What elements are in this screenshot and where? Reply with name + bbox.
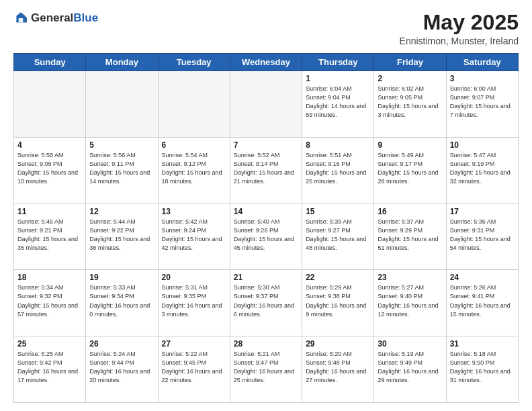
calendar-cell: 24Sunrise: 5:26 AMSunset: 9:41 PMDayligh… xyxy=(446,270,518,336)
day-info: Sunrise: 5:54 AMSunset: 9:12 PMDaylight:… xyxy=(162,151,226,186)
month-year: May 2025 xyxy=(400,11,519,34)
calendar-cell xyxy=(158,71,230,138)
day-number: 23 xyxy=(378,273,442,282)
svg-rect-2 xyxy=(19,18,24,23)
weekday-header-friday: Friday xyxy=(374,54,446,71)
logo-general: General xyxy=(31,11,73,24)
day-info: Sunrise: 6:00 AMSunset: 9:07 PMDaylight:… xyxy=(450,85,515,120)
calendar-cell: 12Sunrise: 5:44 AMSunset: 9:22 PMDayligh… xyxy=(86,203,158,270)
logo-icon xyxy=(13,11,28,26)
calendar-cell: 22Sunrise: 5:29 AMSunset: 9:38 PMDayligh… xyxy=(302,270,374,336)
calendar-cell: 6Sunrise: 5:54 AMSunset: 9:12 PMDaylight… xyxy=(158,137,230,203)
day-number: 5 xyxy=(89,140,154,150)
day-number: 9 xyxy=(378,140,442,150)
header: GeneralBlue May 2025 Ennistimon, Munster… xyxy=(13,11,519,46)
weekday-header-thursday: Thursday xyxy=(302,54,374,71)
day-info: Sunrise: 5:34 AMSunset: 9:32 PMDaylight:… xyxy=(17,283,82,318)
day-number: 29 xyxy=(306,339,370,349)
day-number: 16 xyxy=(378,207,442,216)
calendar-cell: 14Sunrise: 5:40 AMSunset: 9:26 PMDayligh… xyxy=(230,203,302,270)
calendar-cell: 16Sunrise: 5:37 AMSunset: 9:29 PMDayligh… xyxy=(374,203,446,270)
day-number: 30 xyxy=(378,339,442,349)
day-info: Sunrise: 5:44 AMSunset: 9:22 PMDaylight:… xyxy=(89,218,154,253)
day-info: Sunrise: 5:45 AMSunset: 9:21 PMDaylight:… xyxy=(17,218,82,253)
week-row-4: 18Sunrise: 5:34 AMSunset: 9:32 PMDayligh… xyxy=(14,270,519,336)
week-row-2: 4Sunrise: 5:58 AMSunset: 9:09 PMDaylight… xyxy=(14,137,519,203)
day-info: Sunrise: 5:40 AMSunset: 9:26 PMDaylight:… xyxy=(234,218,298,253)
day-number: 10 xyxy=(450,140,515,150)
day-info: Sunrise: 5:27 AMSunset: 9:40 PMDaylight:… xyxy=(378,283,442,318)
day-number: 11 xyxy=(17,207,82,216)
weekday-header-wednesday: Wednesday xyxy=(230,54,302,71)
day-info: Sunrise: 5:51 AMSunset: 9:16 PMDaylight:… xyxy=(306,151,370,186)
day-number: 12 xyxy=(89,207,154,216)
day-number: 15 xyxy=(306,207,370,216)
week-row-5: 25Sunrise: 5:25 AMSunset: 9:42 PMDayligh… xyxy=(14,336,519,403)
calendar-cell: 11Sunrise: 5:45 AMSunset: 9:21 PMDayligh… xyxy=(14,203,86,270)
logo-text: GeneralBlue xyxy=(31,11,98,25)
day-info: Sunrise: 5:24 AMSunset: 9:44 PMDaylight:… xyxy=(89,350,154,385)
day-info: Sunrise: 5:56 AMSunset: 9:11 PMDaylight:… xyxy=(89,151,154,186)
day-info: Sunrise: 5:37 AMSunset: 9:29 PMDaylight:… xyxy=(378,218,442,253)
calendar-cell: 1Sunrise: 6:04 AMSunset: 9:04 PMDaylight… xyxy=(302,71,374,138)
day-number: 27 xyxy=(162,339,226,349)
calendar-cell: 9Sunrise: 5:49 AMSunset: 9:17 PMDaylight… xyxy=(374,137,446,203)
day-number: 2 xyxy=(378,74,442,83)
day-info: Sunrise: 5:22 AMSunset: 9:45 PMDaylight:… xyxy=(162,350,226,385)
day-number: 14 xyxy=(234,207,298,216)
day-number: 17 xyxy=(450,207,515,216)
title-block: May 2025 Ennistimon, Munster, Ireland xyxy=(400,11,519,46)
calendar-cell: 25Sunrise: 5:25 AMSunset: 9:42 PMDayligh… xyxy=(14,336,86,403)
calendar-cell: 26Sunrise: 5:24 AMSunset: 9:44 PMDayligh… xyxy=(86,336,158,403)
calendar-cell: 7Sunrise: 5:52 AMSunset: 9:14 PMDaylight… xyxy=(230,137,302,203)
day-info: Sunrise: 5:25 AMSunset: 9:42 PMDaylight:… xyxy=(17,350,82,385)
day-info: Sunrise: 5:47 AMSunset: 9:19 PMDaylight:… xyxy=(450,151,515,186)
calendar-cell: 31Sunrise: 5:18 AMSunset: 9:50 PMDayligh… xyxy=(446,336,518,403)
day-number: 28 xyxy=(234,339,298,349)
calendar-cell: 30Sunrise: 5:19 AMSunset: 9:49 PMDayligh… xyxy=(374,336,446,403)
weekday-header-monday: Monday xyxy=(86,54,158,71)
calendar-cell: 15Sunrise: 5:39 AMSunset: 9:27 PMDayligh… xyxy=(302,203,374,270)
day-number: 18 xyxy=(17,273,82,282)
day-info: Sunrise: 5:42 AMSunset: 9:24 PMDaylight:… xyxy=(162,218,226,253)
calendar-cell: 3Sunrise: 6:00 AMSunset: 9:07 PMDaylight… xyxy=(446,71,518,138)
weekday-header-saturday: Saturday xyxy=(446,54,518,71)
day-number: 7 xyxy=(234,140,298,150)
day-info: Sunrise: 5:19 AMSunset: 9:49 PMDaylight:… xyxy=(378,350,442,385)
day-info: Sunrise: 5:31 AMSunset: 9:35 PMDaylight:… xyxy=(162,283,226,318)
calendar-cell: 29Sunrise: 5:20 AMSunset: 9:48 PMDayligh… xyxy=(302,336,374,403)
day-number: 31 xyxy=(450,339,515,349)
day-info: Sunrise: 5:39 AMSunset: 9:27 PMDaylight:… xyxy=(306,218,370,253)
day-info: Sunrise: 5:18 AMSunset: 9:50 PMDaylight:… xyxy=(450,350,515,385)
calendar-cell: 4Sunrise: 5:58 AMSunset: 9:09 PMDaylight… xyxy=(14,137,86,203)
weekday-header-sunday: Sunday xyxy=(14,54,86,71)
day-info: Sunrise: 6:04 AMSunset: 9:04 PMDaylight:… xyxy=(306,85,370,120)
calendar-cell: 20Sunrise: 5:31 AMSunset: 9:35 PMDayligh… xyxy=(158,270,230,336)
weekday-header-row: SundayMondayTuesdayWednesdayThursdayFrid… xyxy=(14,54,519,71)
day-number: 6 xyxy=(162,140,226,150)
logo: GeneralBlue xyxy=(13,11,98,26)
day-info: Sunrise: 5:26 AMSunset: 9:41 PMDaylight:… xyxy=(450,283,515,318)
day-info: Sunrise: 5:58 AMSunset: 9:09 PMDaylight:… xyxy=(17,151,82,186)
calendar-cell xyxy=(14,71,86,138)
calendar-cell: 27Sunrise: 5:22 AMSunset: 9:45 PMDayligh… xyxy=(158,336,230,403)
calendar-cell xyxy=(230,71,302,138)
weekday-header-tuesday: Tuesday xyxy=(158,54,230,71)
day-number: 3 xyxy=(450,74,515,83)
calendar-table: SundayMondayTuesdayWednesdayThursdayFrid… xyxy=(13,53,519,403)
calendar-cell: 18Sunrise: 5:34 AMSunset: 9:32 PMDayligh… xyxy=(14,270,86,336)
day-info: Sunrise: 5:52 AMSunset: 9:14 PMDaylight:… xyxy=(234,151,298,186)
week-row-1: 1Sunrise: 6:04 AMSunset: 9:04 PMDaylight… xyxy=(14,71,519,138)
calendar-cell: 21Sunrise: 5:30 AMSunset: 9:37 PMDayligh… xyxy=(230,270,302,336)
calendar-cell: 10Sunrise: 5:47 AMSunset: 9:19 PMDayligh… xyxy=(446,137,518,203)
day-number: 21 xyxy=(234,273,298,282)
calendar-cell xyxy=(86,71,158,138)
day-number: 26 xyxy=(89,339,154,349)
calendar-cell: 17Sunrise: 5:36 AMSunset: 9:31 PMDayligh… xyxy=(446,203,518,270)
logo-blue: Blue xyxy=(73,11,98,24)
week-row-3: 11Sunrise: 5:45 AMSunset: 9:21 PMDayligh… xyxy=(14,203,519,270)
page: GeneralBlue May 2025 Ennistimon, Munster… xyxy=(0,0,532,411)
day-info: Sunrise: 6:02 AMSunset: 9:05 PMDaylight:… xyxy=(378,85,442,120)
day-number: 25 xyxy=(17,339,82,349)
day-number: 4 xyxy=(17,140,82,150)
